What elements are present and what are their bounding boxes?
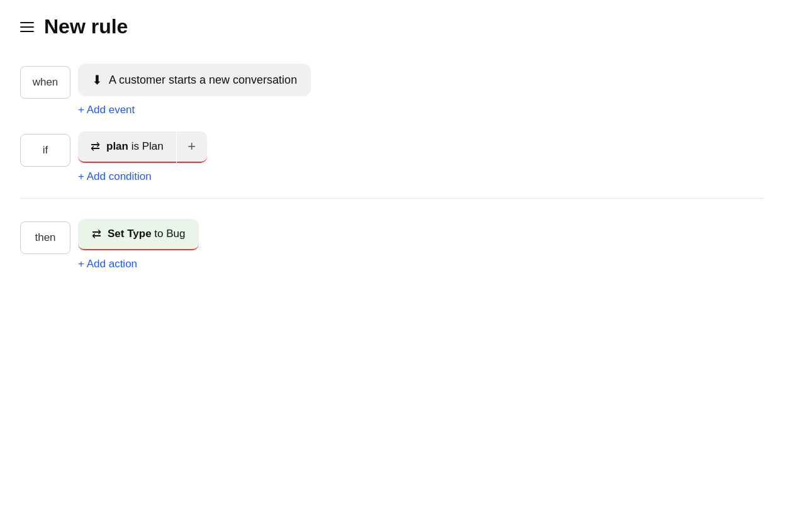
if-label: if bbox=[20, 134, 70, 167]
section-divider bbox=[20, 198, 764, 199]
condition-bold: plan bbox=[106, 140, 128, 152]
swap-icon: ⇄ bbox=[91, 140, 100, 153]
event-text: A customer starts a new conversation bbox=[109, 74, 297, 87]
when-section-right: ⬇ A customer starts a new conversation +… bbox=[78, 64, 311, 116]
then-label: then bbox=[20, 221, 70, 254]
add-action-button[interactable]: + Add action bbox=[78, 258, 199, 270]
action-text: Set Type to Bug bbox=[108, 228, 185, 240]
condition-text: plan is Plan bbox=[106, 140, 164, 153]
action-rest: to Bug bbox=[152, 228, 186, 240]
action-swap-icon: ⇄ bbox=[92, 227, 101, 241]
then-section-right: ⇄ Set Type to Bug + Add action bbox=[78, 219, 199, 270]
condition-plus-button[interactable]: + bbox=[177, 131, 207, 163]
action-bold: Set Type bbox=[108, 228, 152, 240]
if-section: if ⇄ plan is Plan + + Add condition bbox=[20, 131, 764, 183]
then-section: then ⇄ Set Type to Bug + Add action bbox=[20, 219, 764, 270]
main-content: when ⬇ A customer starts a new conversat… bbox=[0, 53, 789, 311]
event-pill[interactable]: ⬇ A customer starts a new conversation bbox=[78, 64, 311, 96]
if-section-right: ⇄ plan is Plan + + Add condition bbox=[78, 131, 207, 183]
add-condition-button[interactable]: + Add condition bbox=[78, 170, 207, 183]
page-header: New rule bbox=[0, 0, 789, 53]
condition-pill[interactable]: ⇄ plan is Plan bbox=[78, 131, 176, 163]
when-label: when bbox=[20, 66, 70, 99]
when-section: when ⬇ A customer starts a new conversat… bbox=[20, 64, 764, 116]
page-title: New rule bbox=[44, 15, 128, 38]
add-event-button[interactable]: + Add event bbox=[78, 104, 311, 116]
condition-pill-outer: ⇄ plan is Plan + bbox=[78, 131, 207, 163]
download-icon: ⬇ bbox=[92, 72, 103, 87]
condition-rest: is Plan bbox=[128, 140, 164, 152]
hamburger-icon[interactable] bbox=[20, 22, 34, 32]
action-pill[interactable]: ⇄ Set Type to Bug bbox=[78, 219, 199, 250]
